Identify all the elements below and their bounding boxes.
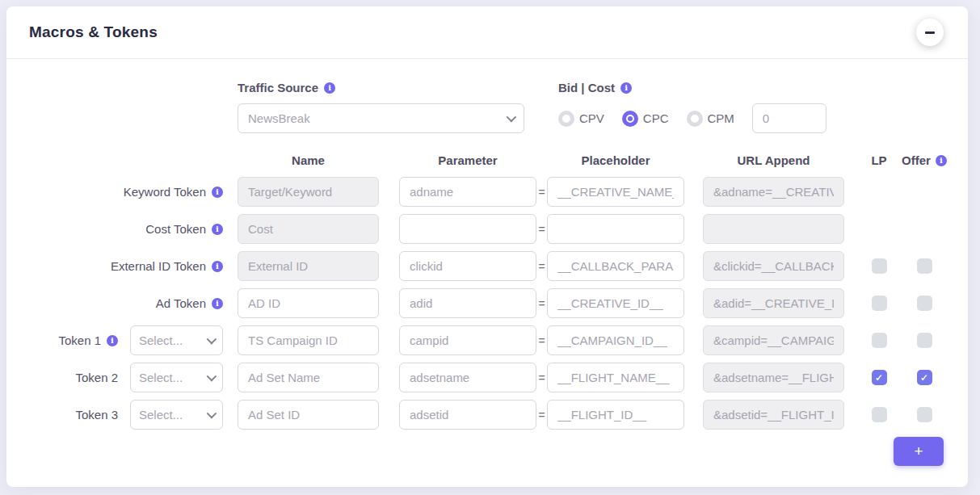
row-label: Keyword Token — [124, 185, 206, 199]
radio-icon — [622, 111, 638, 127]
row-info-icon[interactable] — [107, 335, 118, 346]
placeholder-input[interactable] — [547, 177, 684, 207]
offer-checkbox[interactable] — [917, 258, 932, 274]
bid-cost-info-icon[interactable] — [620, 82, 632, 94]
table-row-token-1: Token 1 Select... = — [23, 325, 968, 355]
radio-icon — [558, 111, 574, 127]
card-body: Traffic Source NewsBreak Bid | Cost CPV — [6, 59, 968, 466]
name-input — [238, 177, 379, 207]
equals-sign: = — [536, 297, 547, 310]
name-input[interactable] — [238, 288, 379, 318]
parameter-input[interactable] — [399, 288, 536, 318]
token-2-select[interactable]: Select... — [130, 363, 223, 392]
parameter-input[interactable] — [399, 363, 536, 392]
parameter-input[interactable] — [399, 177, 536, 207]
page-title: Macros & Tokens — [29, 23, 158, 41]
placeholder-input[interactable] — [547, 251, 684, 281]
token-1-select[interactable]: Select... — [130, 325, 223, 355]
radio-cpv-label: CPV — [579, 111, 604, 125]
table-row-keyword-token: Keyword Token = — [23, 177, 968, 207]
traffic-source-group: Traffic Source NewsBreak — [238, 81, 524, 133]
traffic-source-value: NewsBreak — [248, 111, 310, 125]
radio-icon — [687, 111, 703, 127]
equals-sign: = — [536, 223, 547, 236]
lp-checkbox[interactable] — [872, 296, 887, 311]
header-placeholder: Placeholder — [547, 153, 684, 167]
equals-sign: = — [536, 186, 547, 199]
name-input — [238, 214, 379, 244]
url-append-input — [703, 214, 844, 244]
traffic-source-info-icon[interactable] — [324, 82, 335, 94]
radio-cpc[interactable]: CPC — [622, 103, 669, 133]
row-label: Token 2 — [75, 371, 118, 384]
row-info-icon[interactable] — [212, 298, 223, 309]
placeholder-input[interactable] — [547, 400, 684, 430]
placeholder-input[interactable] — [547, 325, 684, 355]
radio-cpc-label: CPC — [643, 111, 669, 125]
row-label: Token 3 — [75, 408, 118, 422]
offer-checkbox[interactable] — [917, 370, 932, 385]
table-row-token-3: Token 3 Select... = — [23, 400, 968, 430]
token-select-value: Select... — [139, 333, 183, 347]
header-name: Name — [238, 153, 379, 167]
url-append-input — [703, 325, 844, 355]
row-info-icon[interactable] — [212, 224, 223, 235]
collapse-button[interactable] — [916, 19, 944, 46]
offer-checkbox[interactable] — [917, 407, 932, 422]
macros-tokens-card: Macros & Tokens Traffic Source NewsBreak… — [6, 6, 968, 487]
radio-cpv[interactable]: CPV — [558, 103, 604, 133]
parameter-input[interactable] — [399, 251, 536, 281]
placeholder-input[interactable] — [547, 363, 684, 392]
offer-info-icon[interactable] — [936, 155, 947, 166]
equals-sign: = — [536, 260, 547, 273]
url-append-input — [703, 400, 844, 430]
lp-checkbox[interactable] — [872, 370, 887, 385]
lp-checkbox[interactable] — [872, 407, 887, 422]
offer-checkbox[interactable] — [917, 333, 932, 348]
add-row: + — [23, 437, 968, 466]
url-append-input — [703, 251, 844, 281]
add-token-button[interactable]: + — [894, 437, 944, 466]
bid-cost-label: Bid | Cost — [558, 81, 615, 94]
header-parameter: Parameter — [399, 153, 536, 167]
minus-icon — [925, 31, 935, 34]
traffic-source-select[interactable]: NewsBreak — [238, 103, 524, 133]
table-row-ad-token: Ad Token = — [23, 288, 968, 318]
table-row-cost-token: Cost Token = — [23, 214, 968, 244]
chevron-down-icon — [207, 334, 217, 345]
chevron-down-icon — [207, 371, 217, 382]
name-input[interactable] — [238, 325, 379, 355]
equals-sign: = — [536, 334, 547, 347]
lp-checkbox[interactable] — [872, 258, 887, 274]
token-3-select[interactable]: Select... — [130, 400, 223, 430]
row-label: Token 1 — [58, 333, 101, 347]
table-row-external-id-token: External ID Token = — [23, 251, 968, 281]
parameter-input[interactable] — [399, 325, 536, 355]
top-controls: Traffic Source NewsBreak Bid | Cost CPV — [23, 81, 968, 133]
url-append-input — [703, 288, 844, 318]
card-header: Macros & Tokens — [6, 6, 968, 59]
equals-sign: = — [536, 371, 547, 384]
row-info-icon[interactable] — [212, 187, 223, 198]
name-input[interactable] — [238, 400, 379, 430]
radio-cpm-label: CPM — [708, 111, 734, 125]
equals-sign: = — [536, 409, 547, 422]
token-select-value: Select... — [139, 371, 183, 384]
parameter-input[interactable] — [399, 400, 536, 430]
bid-value-input[interactable] — [752, 103, 826, 133]
name-input — [238, 251, 379, 281]
row-label: External ID Token — [111, 259, 206, 273]
placeholder-input[interactable] — [547, 288, 684, 318]
placeholder-input[interactable] — [547, 214, 684, 244]
parameter-input[interactable] — [399, 214, 536, 244]
header-offer: Offer — [902, 153, 947, 167]
table-header: Name Parameter Placeholder URL Append LP… — [23, 153, 968, 167]
radio-cpm[interactable]: CPM — [687, 103, 734, 133]
name-input[interactable] — [238, 363, 379, 392]
url-append-input — [703, 363, 844, 392]
row-label: Ad Token — [156, 296, 206, 310]
lp-checkbox[interactable] — [872, 333, 887, 348]
chevron-down-icon — [507, 112, 517, 123]
row-info-icon[interactable] — [212, 261, 223, 272]
offer-checkbox[interactable] — [917, 296, 932, 311]
